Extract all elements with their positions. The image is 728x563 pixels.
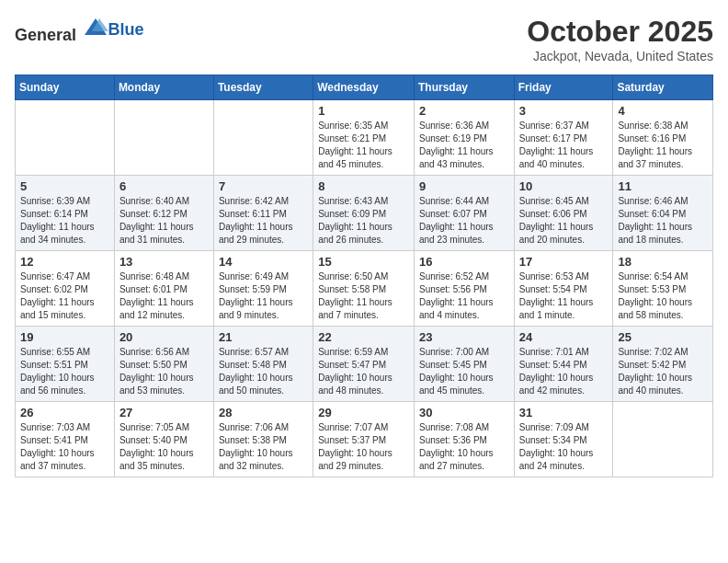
day-number: 10	[519, 179, 609, 193]
day-info: Sunrise: 7:08 AM Sunset: 5:36 PM Dayligh…	[419, 421, 509, 473]
calendar-cell	[613, 402, 713, 477]
day-info: Sunrise: 6:47 AM Sunset: 6:02 PM Dayligh…	[20, 270, 109, 322]
day-info: Sunrise: 6:39 AM Sunset: 6:14 PM Dayligh…	[20, 195, 109, 247]
day-number: 30	[419, 406, 509, 419]
day-info: Sunrise: 7:00 AM Sunset: 5:45 PM Dayligh…	[419, 346, 509, 397]
day-number: 22	[318, 330, 409, 344]
day-info: Sunrise: 7:09 AM Sunset: 5:34 PM Dayligh…	[519, 421, 609, 473]
day-number: 2	[419, 104, 509, 118]
day-number: 3	[519, 104, 609, 118]
day-info: Sunrise: 6:46 AM Sunset: 6:04 PM Dayligh…	[618, 195, 708, 247]
calendar-cell: 7Sunrise: 6:42 AM Sunset: 6:11 PM Daylig…	[213, 176, 313, 251]
day-info: Sunrise: 6:55 AM Sunset: 5:51 PM Dayligh…	[20, 346, 109, 397]
calendar-cell: 17Sunrise: 6:53 AM Sunset: 5:54 PM Dayli…	[514, 251, 613, 327]
day-info: Sunrise: 7:01 AM Sunset: 5:44 PM Dayligh…	[519, 346, 609, 397]
weekday-header-friday: Friday	[514, 75, 613, 100]
calendar-cell: 28Sunrise: 7:06 AM Sunset: 5:38 PM Dayli…	[213, 402, 313, 477]
day-number: 21	[219, 330, 308, 344]
day-info: Sunrise: 7:03 AM Sunset: 5:41 PM Dayligh…	[20, 421, 109, 473]
calendar-cell: 15Sunrise: 6:50 AM Sunset: 5:58 PM Dayli…	[313, 251, 415, 327]
day-number: 4	[618, 104, 708, 118]
calendar-cell: 14Sunrise: 6:49 AM Sunset: 5:59 PM Dayli…	[213, 251, 313, 327]
logo-text-blue: Blue	[108, 20, 144, 40]
weekday-header-sunday: Sunday	[16, 75, 115, 100]
calendar-cell: 26Sunrise: 7:03 AM Sunset: 5:41 PM Dayli…	[16, 402, 115, 477]
calendar-cell	[16, 100, 115, 176]
calendar-cell	[114, 100, 213, 176]
calendar-cell: 31Sunrise: 7:09 AM Sunset: 5:34 PM Dayli…	[514, 402, 613, 477]
day-number: 18	[618, 255, 708, 269]
day-number: 20	[119, 330, 209, 344]
day-number: 12	[20, 255, 109, 269]
day-info: Sunrise: 6:50 AM Sunset: 5:58 PM Dayligh…	[318, 270, 409, 322]
day-info: Sunrise: 6:35 AM Sunset: 6:21 PM Dayligh…	[318, 120, 409, 171]
calendar-cell: 8Sunrise: 6:43 AM Sunset: 6:09 PM Daylig…	[313, 176, 415, 251]
calendar-cell: 1Sunrise: 6:35 AM Sunset: 6:21 PM Daylig…	[313, 100, 415, 176]
day-info: Sunrise: 6:52 AM Sunset: 5:56 PM Dayligh…	[419, 270, 509, 322]
day-info: Sunrise: 6:37 AM Sunset: 6:17 PM Dayligh…	[519, 120, 609, 171]
day-number: 23	[419, 330, 509, 344]
day-number: 14	[219, 255, 308, 269]
logo-text-general: General	[15, 26, 76, 44]
day-info: Sunrise: 6:48 AM Sunset: 6:01 PM Dayligh…	[119, 270, 209, 322]
calendar-cell: 5Sunrise: 6:39 AM Sunset: 6:14 PM Daylig…	[16, 176, 115, 251]
calendar-cell: 11Sunrise: 6:46 AM Sunset: 6:04 PM Dayli…	[613, 176, 713, 251]
calendar-cell: 25Sunrise: 7:02 AM Sunset: 5:42 PM Dayli…	[613, 327, 713, 402]
day-number: 28	[219, 406, 308, 419]
calendar-cell: 21Sunrise: 6:57 AM Sunset: 5:48 PM Dayli…	[213, 327, 313, 402]
calendar-cell: 16Sunrise: 6:52 AM Sunset: 5:56 PM Dayli…	[414, 251, 514, 327]
day-info: Sunrise: 6:36 AM Sunset: 6:19 PM Dayligh…	[419, 120, 509, 171]
title-block: October 2025 Jackpot, Nevada, United Sta…	[527, 15, 713, 63]
calendar-week-row: 26Sunrise: 7:03 AM Sunset: 5:41 PM Dayli…	[16, 402, 713, 477]
day-info: Sunrise: 6:38 AM Sunset: 6:16 PM Dayligh…	[618, 120, 708, 171]
calendar-cell: 13Sunrise: 6:48 AM Sunset: 6:01 PM Dayli…	[114, 251, 213, 327]
day-info: Sunrise: 6:40 AM Sunset: 6:12 PM Dayligh…	[119, 195, 209, 247]
day-number: 24	[519, 330, 609, 344]
weekday-header-thursday: Thursday	[414, 75, 514, 100]
calendar-cell: 9Sunrise: 6:44 AM Sunset: 6:07 PM Daylig…	[414, 176, 514, 251]
calendar-cell: 27Sunrise: 7:05 AM Sunset: 5:40 PM Dayli…	[114, 402, 213, 477]
calendar-cell: 18Sunrise: 6:54 AM Sunset: 5:53 PM Dayli…	[613, 251, 713, 327]
day-info: Sunrise: 6:42 AM Sunset: 6:11 PM Dayligh…	[219, 195, 308, 247]
day-number: 17	[519, 255, 609, 269]
day-info: Sunrise: 6:56 AM Sunset: 5:50 PM Dayligh…	[119, 346, 209, 397]
calendar-cell: 4Sunrise: 6:38 AM Sunset: 6:16 PM Daylig…	[613, 100, 713, 176]
day-number: 8	[318, 179, 409, 193]
day-number: 9	[419, 179, 509, 193]
day-number: 31	[519, 406, 609, 419]
day-number: 27	[119, 406, 209, 419]
day-info: Sunrise: 7:02 AM Sunset: 5:42 PM Dayligh…	[618, 346, 708, 397]
calendar-table: SundayMondayTuesdayWednesdayThursdayFrid…	[15, 75, 713, 477]
day-info: Sunrise: 6:54 AM Sunset: 5:53 PM Dayligh…	[618, 270, 708, 322]
day-number: 25	[618, 330, 708, 344]
day-number: 15	[318, 255, 409, 269]
day-info: Sunrise: 6:44 AM Sunset: 6:07 PM Dayligh…	[419, 195, 509, 247]
day-number: 11	[618, 179, 708, 193]
calendar-cell: 30Sunrise: 7:08 AM Sunset: 5:36 PM Dayli…	[414, 402, 514, 477]
calendar-cell: 20Sunrise: 6:56 AM Sunset: 5:50 PM Dayli…	[114, 327, 213, 402]
day-number: 16	[419, 255, 509, 269]
weekday-header-saturday: Saturday	[613, 75, 713, 100]
page-header: General Blue October 2025 Jackpot, Nevad…	[15, 15, 713, 63]
calendar-week-row: 19Sunrise: 6:55 AM Sunset: 5:51 PM Dayli…	[16, 327, 713, 402]
day-info: Sunrise: 6:53 AM Sunset: 5:54 PM Dayligh…	[519, 270, 609, 322]
calendar-cell: 23Sunrise: 7:00 AM Sunset: 5:45 PM Dayli…	[414, 327, 514, 402]
day-info: Sunrise: 6:45 AM Sunset: 6:06 PM Dayligh…	[519, 195, 609, 247]
weekday-header-monday: Monday	[114, 75, 213, 100]
calendar-cell: 19Sunrise: 6:55 AM Sunset: 5:51 PM Dayli…	[16, 327, 115, 402]
day-info: Sunrise: 6:57 AM Sunset: 5:48 PM Dayligh…	[219, 346, 308, 397]
weekday-header-tuesday: Tuesday	[213, 75, 313, 100]
day-number: 29	[318, 406, 409, 419]
day-number: 7	[219, 179, 308, 193]
day-info: Sunrise: 7:07 AM Sunset: 5:37 PM Dayligh…	[318, 421, 409, 473]
day-number: 1	[318, 104, 409, 118]
day-info: Sunrise: 6:59 AM Sunset: 5:47 PM Dayligh…	[318, 346, 409, 397]
calendar-cell: 3Sunrise: 6:37 AM Sunset: 6:17 PM Daylig…	[514, 100, 613, 176]
calendar-cell: 2Sunrise: 6:36 AM Sunset: 6:19 PM Daylig…	[414, 100, 514, 176]
day-number: 19	[20, 330, 109, 344]
location-title: Jackpot, Nevada, United States	[527, 49, 713, 63]
month-title: October 2025	[527, 15, 713, 49]
logo-icon	[83, 15, 108, 40]
calendar-cell: 22Sunrise: 6:59 AM Sunset: 5:47 PM Dayli…	[313, 327, 415, 402]
day-number: 6	[119, 179, 209, 193]
